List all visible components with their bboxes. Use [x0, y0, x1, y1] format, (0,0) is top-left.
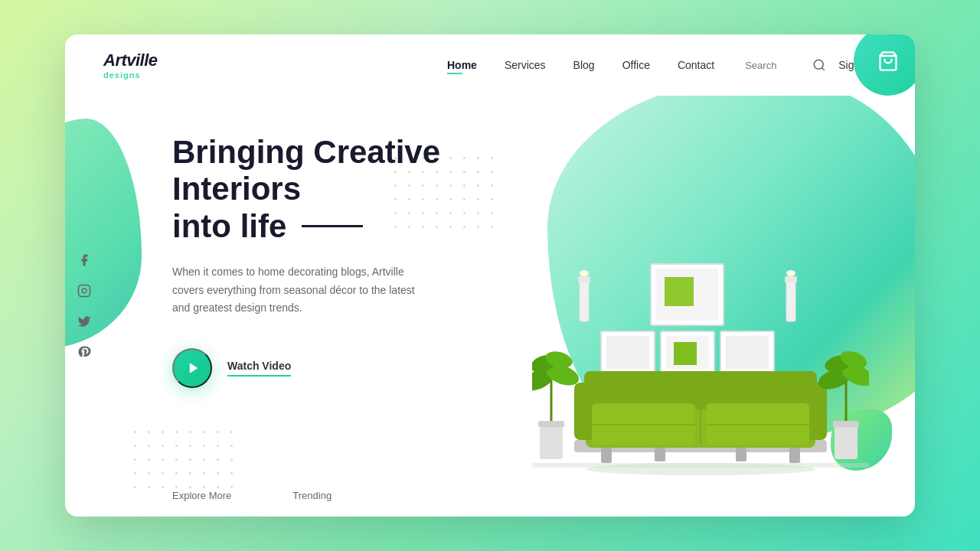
search-input[interactable]	[745, 60, 806, 71]
svg-point-20	[786, 270, 795, 276]
footer-links: Explore More Trending	[172, 490, 332, 501]
svg-rect-9	[606, 336, 649, 369]
svg-rect-50	[532, 463, 869, 468]
nav-links: Home Services Blog Office Contact	[447, 58, 714, 72]
logo-sub: designs	[103, 70, 158, 80]
hero-title: Bringing Creative Interiors into life	[172, 134, 494, 245]
nav-item-home[interactable]: Home	[447, 58, 477, 72]
svg-point-1	[814, 60, 823, 69]
sofa-scene	[532, 256, 869, 501]
twitter-icon[interactable]	[76, 313, 93, 330]
svg-rect-12	[674, 342, 697, 365]
title-dash	[302, 225, 363, 227]
svg-marker-4	[189, 364, 198, 374]
svg-rect-18	[786, 279, 795, 321]
illustration-area	[456, 96, 915, 517]
instagram-icon[interactable]	[76, 282, 93, 299]
facebook-icon[interactable]	[76, 252, 93, 269]
trending-link[interactable]: Trending	[292, 490, 332, 501]
logo-name: Artville	[103, 51, 158, 70]
svg-rect-19	[785, 276, 797, 282]
hero-description: When it comes to home decorating blogs, …	[172, 263, 417, 318]
svg-rect-16	[578, 276, 590, 282]
play-button[interactable]	[172, 348, 212, 388]
nav-item-services[interactable]: Services	[505, 58, 546, 72]
svg-rect-2	[79, 285, 90, 297]
svg-rect-44	[833, 421, 859, 427]
hero-title-word: into life	[172, 208, 286, 245]
search-icon[interactable]	[812, 58, 826, 72]
svg-rect-15	[580, 279, 589, 321]
main-content: Bringing Creative Interiors into life Wh…	[65, 96, 915, 517]
explore-more-link[interactable]: Explore More	[172, 490, 231, 501]
play-icon	[187, 361, 201, 375]
sofa-svg	[532, 256, 869, 501]
svg-rect-32	[655, 448, 665, 461]
watch-video-label: Watch Video	[227, 360, 291, 377]
watch-label-area: Watch Video	[227, 360, 291, 377]
nav-link-contact[interactable]: Contact	[678, 59, 714, 71]
nav-link-office[interactable]: Office	[622, 59, 650, 71]
search-area	[745, 58, 826, 72]
video-btn-area: Watch Video	[172, 348, 494, 388]
svg-rect-33	[736, 448, 746, 461]
page-frame: Artville designs Home Services Blog Offi…	[65, 34, 915, 517]
svg-rect-37	[538, 421, 564, 427]
cart-icon[interactable]	[877, 51, 899, 72]
nav-item-blog[interactable]: Blog	[573, 58, 595, 72]
svg-rect-36	[540, 425, 563, 459]
svg-rect-31	[601, 448, 612, 463]
svg-rect-14	[726, 336, 769, 369]
hero-title-line1: Bringing Creative Interiors	[172, 134, 440, 207]
nav-item-contact[interactable]: Contact	[678, 58, 714, 72]
hero-text: Bringing Creative Interiors into life Wh…	[65, 96, 494, 517]
pinterest-icon[interactable]	[76, 344, 93, 360]
nav-link-blog[interactable]: Blog	[573, 59, 595, 71]
hero-title-line2: into life	[172, 208, 494, 245]
nav-link-home[interactable]: Home	[447, 59, 477, 71]
svg-rect-43	[835, 425, 858, 459]
social-sidebar	[76, 252, 93, 360]
svg-rect-28	[706, 403, 809, 445]
nav-item-office[interactable]: Office	[622, 58, 650, 72]
svg-rect-7	[665, 277, 694, 306]
navbar: Artville designs Home Services Blog Offi…	[65, 34, 915, 96]
svg-rect-26	[592, 403, 695, 445]
svg-point-17	[580, 270, 589, 276]
svg-rect-34	[789, 448, 800, 463]
logo-area: Artville designs	[103, 51, 158, 80]
nav-link-services[interactable]: Services	[505, 59, 546, 71]
